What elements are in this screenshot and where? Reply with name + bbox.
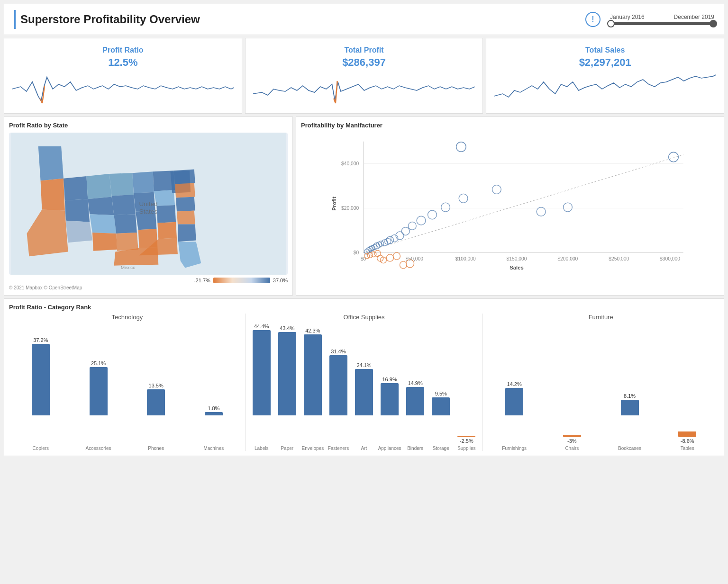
sparkline-profit-ratio: [12, 72, 234, 106]
bar-negative-1-8: [457, 436, 475, 437]
bar-col-2-2: 8.1%Bookcases: [602, 393, 658, 451]
bar-positive-0-1: [90, 367, 108, 415]
bar-positive-1-2: [304, 334, 322, 415]
map-legend: -21.7% 37.0%: [9, 278, 288, 283]
date-range: January 2016 December 2019: [610, 14, 714, 25]
bar-label-0-1: 25.1%: [91, 360, 106, 366]
kpi-profit-ratio-label: Profit Ratio: [102, 46, 143, 54]
bar-col-1-8: -2.5%Supplies: [455, 342, 478, 451]
svg-text:States: States: [139, 208, 158, 215]
bar-card: Profit Ratio - Category Rank Technology3…: [4, 298, 724, 456]
bar-positive-1-6: [406, 387, 424, 415]
svg-point-39: [459, 194, 468, 203]
state-mn: [132, 171, 154, 193]
state-or: [41, 179, 65, 211]
bar-sub-label-1-5: Appliances: [378, 446, 401, 451]
state-tn: [157, 222, 177, 239]
bars-row-0: 37.2%Copiers25.1%Accessories13.5%Phones1…: [13, 323, 242, 451]
mid-row: Profit Ratio by State: [4, 117, 724, 296]
scatter-svg-wrap: $0 $20,000 $40,000 $0 $50,000 $100,000 $…: [301, 133, 719, 275]
slider-thumb-left[interactable]: [607, 20, 615, 27]
state-nd: [109, 173, 134, 196]
state-ga: [178, 225, 196, 242]
category-name-0: Technology: [13, 314, 242, 321]
legend-min: -21.7%: [194, 278, 210, 283]
bar-sub-label-1-7: Storage: [433, 446, 449, 451]
svg-point-42: [564, 203, 573, 212]
state-az: [66, 221, 92, 243]
category-name-1: Office Supplies: [250, 314, 479, 321]
bar-label-0-0: 37.2%: [33, 337, 48, 343]
bar-positive-0-2: [147, 389, 165, 415]
category-furniture: Furniture14.2%Furnishings-3%Chairs8.1%Bo…: [482, 314, 719, 451]
bar-sub-label-1-3: Fasteners: [328, 446, 349, 451]
map-card: Profit Ratio by State: [4, 117, 293, 296]
sparkline-total-profit: [253, 72, 475, 106]
info-icon[interactable]: !: [585, 12, 601, 27]
svg-text:Mexico: Mexico: [121, 265, 136, 270]
bar-col-2-3: -8.6%Tables: [659, 338, 715, 451]
bar-sub-label-0-0: Copiers: [33, 446, 49, 451]
svg-text:$100,000: $100,000: [455, 256, 476, 261]
scatter-title: Profitability by Manifacturer: [301, 122, 719, 129]
date-start: January 2016: [610, 14, 645, 20]
svg-point-44: [669, 152, 679, 162]
bar-label-1-3: 31.4%: [331, 349, 346, 354]
bar-sub-label-0-2: Phones: [148, 446, 164, 451]
bar-positive-1-0: [253, 330, 271, 415]
bar-sub-label-2-1: Chairs: [565, 446, 579, 451]
kpi-total-sales: Total Sales $2,297,201: [486, 38, 724, 114]
bar-col-0-3: 1.8%Machines: [186, 405, 242, 451]
svg-point-53: [400, 261, 407, 269]
category-technology: Technology37.2%Copiers25.1%Accessories13…: [9, 314, 246, 451]
svg-text:Profit: Profit: [331, 197, 337, 211]
map-title: Profit Ratio by State: [9, 122, 288, 129]
bar-sub-label-1-0: Labels: [255, 446, 268, 451]
header: Superstore Profitability Overview ! Janu…: [4, 4, 724, 35]
bar-label-1-2: 42.3%: [305, 328, 320, 333]
dashboard: Superstore Profitability Overview ! Janu…: [0, 0, 728, 584]
slider-thumb-right[interactable]: [710, 20, 717, 27]
kpi-total-profit: Total Profit $286,397: [245, 38, 483, 114]
bar-label-1-7: 9.5%: [435, 391, 447, 396]
scatter-card: Profitability by Manifacturer $0 $20,000…: [296, 117, 724, 296]
title-wrap: Superstore Profitability Overview: [14, 10, 200, 29]
bar-col-1-7: 9.5%Storage: [429, 391, 453, 451]
bar-sub-label-0-3: Machines: [203, 446, 224, 451]
date-slider[interactable]: [610, 22, 714, 25]
svg-text:$40,000: $40,000: [341, 161, 359, 166]
state-wa: [38, 146, 64, 181]
svg-point-46: [367, 252, 373, 258]
bar-chart-container: Technology37.2%Copiers25.1%Accessories13…: [9, 314, 719, 451]
svg-point-48: [374, 250, 381, 256]
map-svg-wrap: United States Mexico: [9, 133, 288, 275]
bars-row-2: 14.2%Furnishings-3%Chairs8.1%Bookcases-8…: [486, 323, 715, 451]
date-end: December 2019: [674, 14, 714, 20]
bar-label-neg-1-8: -2.5%: [460, 438, 473, 444]
state-nm: [92, 233, 117, 251]
bar-label-1-0: 44.4%: [254, 323, 269, 329]
svg-text:$300,000: $300,000: [660, 256, 680, 261]
bar-col-1-5: 16.9%Appliances: [378, 377, 401, 451]
svg-point-35: [408, 222, 416, 230]
title-bar: [14, 10, 16, 29]
bar-positive-2-2: [621, 400, 639, 415]
svg-text:Sales: Sales: [510, 265, 523, 270]
bar-label-neg-2-3: -8.6%: [681, 438, 694, 444]
state-va_wv: [176, 197, 195, 211]
bar-col-1-1: 43.4%Paper: [275, 325, 299, 451]
state-nv: [65, 199, 90, 222]
bar-sub-label-2-2: Bookcases: [618, 446, 641, 451]
svg-text:$250,000: $250,000: [609, 256, 629, 261]
legend-max: 37.0%: [273, 278, 288, 283]
bar-col-2-0: 14.2%Furnishings: [486, 381, 542, 451]
legend-gradient: [213, 278, 270, 283]
bar-col-0-1: 25.1%Accessories: [71, 360, 127, 451]
bar-sub-label-2-0: Furnishings: [502, 446, 527, 451]
state-ne: [114, 214, 136, 234]
bar-col-1-2: 42.3%Envelopes: [301, 328, 325, 451]
svg-point-51: [386, 254, 393, 261]
svg-point-36: [417, 216, 426, 225]
state-ny: [173, 169, 195, 184]
us-map-svg: United States Mexico: [9, 133, 288, 275]
